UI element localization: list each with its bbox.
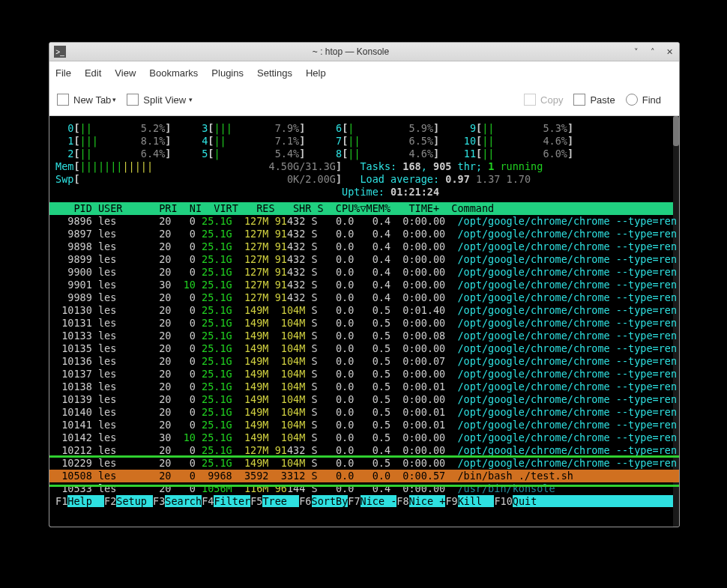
- table-row[interactable]: 9899 les 20 0 25.1G 127M 91432 S 0.0 0.4…: [49, 253, 679, 266]
- process-list[interactable]: 9896 les 20 0 25.1G 127M 91432 S 0.0 0.4…: [49, 215, 679, 495]
- table-row[interactable]: 10137 les 20 0 25.1G 149M 104M S 0.0 0.5…: [49, 368, 679, 381]
- find-button[interactable]: Find: [626, 94, 661, 106]
- menu-bookmarks[interactable]: Bookmarks: [149, 67, 198, 79]
- table-row[interactable]: 10135 les 20 0 25.1G 149M 104M S 0.0 0.5…: [49, 342, 679, 355]
- close-button[interactable]: ✕: [664, 46, 675, 57]
- table-row[interactable]: 10139 les 20 0 25.1G 149M 104M S 0.0 0.5…: [49, 393, 679, 406]
- terminal[interactable]: 0[|| 5.2%] 3[||| 7.9%] 6[| 5.9%] 9[|| 5.…: [49, 116, 679, 527]
- paste-icon: [573, 94, 585, 106]
- table-row[interactable]: 10141 les 20 0 25.1G 149M 104M S 0.0 0.5…: [49, 419, 679, 431]
- toolbar: New Tab ▾ Split View ▾ Copy Paste Find: [49, 84, 679, 116]
- search-icon: [626, 94, 638, 106]
- paste-label: Paste: [590, 94, 615, 106]
- split-view-label: Split View: [143, 94, 186, 106]
- table-row[interactable]: 10508 les 20 0 9968 3592 3312 S 0.0 0.0 …: [49, 470, 679, 482]
- table-row[interactable]: 10140 les 20 0 25.1G 149M 104M S 0.0 0.5…: [49, 406, 679, 419]
- table-row[interactable]: 10533 les 20 0 1056M 116M 96144 S 0.0 0.…: [49, 482, 679, 495]
- menu-file[interactable]: File: [55, 67, 71, 79]
- copy-icon: [524, 94, 536, 106]
- menu-settings[interactable]: Settings: [257, 67, 292, 79]
- new-tab-icon: [57, 94, 69, 106]
- new-tab-label: New Tab: [73, 94, 111, 106]
- copy-button[interactable]: Copy: [524, 94, 563, 106]
- process-header[interactable]: PID USER PRI NI VIRT RES SHR S CPU%▽MEM%…: [49, 202, 679, 215]
- minimize-button[interactable]: ˅: [631, 46, 642, 57]
- titlebar: >_ ~ : htop — Konsole ˅ ˄ ✕: [49, 43, 679, 61]
- swp-value: 0K/2.00G: [287, 173, 336, 185]
- menu-plugins[interactable]: Plugins: [211, 67, 244, 79]
- table-row[interactable]: 10133 les 20 0 25.1G 149M 104M S 0.0 0.5…: [49, 330, 679, 342]
- swp-label: Swp: [55, 173, 73, 185]
- menu-edit[interactable]: Edit: [85, 67, 101, 79]
- mem-swap-section: Mem[|||||||||||| 4.50G/31.3G] Tasks: 168…: [49, 160, 679, 198]
- chevron-down-icon: ▾: [189, 96, 193, 103]
- cpu-meters: 0[|| 5.2%] 3[||| 7.9%] 6[| 5.9%] 9[|| 5.…: [49, 122, 679, 160]
- menu-view[interactable]: View: [115, 67, 136, 79]
- menubar: File Edit View Bookmarks Plugins Setting…: [49, 61, 679, 84]
- mem-label: Mem: [55, 160, 73, 172]
- table-row[interactable]: 9900 les 20 0 25.1G 127M 91432 S 0.0 0.4…: [49, 266, 679, 279]
- table-row[interactable]: 9901 les 30 10 25.1G 127M 91432 S 0.0 0.…: [49, 279, 679, 291]
- table-row[interactable]: 9897 les 20 0 25.1G 127M 91432 S 0.0 0.4…: [49, 228, 679, 240]
- table-row[interactable]: 10229 les 20 0 25.1G 149M 104M S 0.0 0.5…: [49, 457, 679, 470]
- table-row[interactable]: 10131 les 20 0 25.1G 149M 104M S 0.0 0.5…: [49, 317, 679, 330]
- paste-button[interactable]: Paste: [573, 94, 615, 106]
- split-view-icon: [127, 94, 139, 106]
- table-row[interactable]: 9898 les 20 0 25.1G 127M 91432 S 0.0 0.4…: [49, 240, 679, 253]
- window-title: ~ : htop — Konsole: [70, 46, 631, 57]
- chevron-down-icon: ▾: [112, 96, 116, 103]
- find-label: Find: [642, 94, 661, 106]
- table-row[interactable]: 10142 les 30 10 25.1G 149M 104M S 0.0 0.…: [49, 431, 679, 444]
- new-tab-button[interactable]: New Tab ▾: [57, 94, 116, 106]
- uptime-value: 01:21:24: [390, 186, 439, 198]
- split-view-button[interactable]: Split View ▾: [127, 94, 193, 106]
- copy-label: Copy: [540, 94, 563, 106]
- menu-help[interactable]: Help: [306, 67, 326, 79]
- scrollbar-thumb[interactable]: [673, 116, 679, 146]
- footer-bar[interactable]: F1Help F2Setup F3SearchF4FilterF5Tree F6…: [49, 495, 679, 508]
- maximize-button[interactable]: ˄: [648, 46, 658, 57]
- table-row[interactable]: 10212 les 20 0 25.1G 127M 91432 S 0.0 0.…: [49, 444, 679, 457]
- table-row[interactable]: 10136 les 20 0 25.1G 149M 104M S 0.0 0.5…: [49, 355, 679, 368]
- konsole-window: >_ ~ : htop — Konsole ˅ ˄ ✕ File Edit Vi…: [49, 42, 680, 527]
- table-row[interactable]: 10130 les 20 0 25.1G 149M 104M S 0.0 0.5…: [49, 304, 679, 317]
- table-row[interactable]: 9896 les 20 0 25.1G 127M 91432 S 0.0 0.4…: [49, 215, 679, 228]
- load-label: Load average:: [360, 173, 439, 185]
- table-row[interactable]: 9989 les 20 0 25.1G 127M 91432 S 0.0 0.4…: [49, 291, 679, 304]
- terminal-icon: >_: [54, 46, 66, 58]
- mem-value: 4.50G/31.3G: [269, 160, 336, 172]
- uptime-label: Uptime:: [342, 186, 384, 198]
- table-row[interactable]: 10138 les 20 0 25.1G 149M 104M S 0.0 0.5…: [49, 381, 679, 393]
